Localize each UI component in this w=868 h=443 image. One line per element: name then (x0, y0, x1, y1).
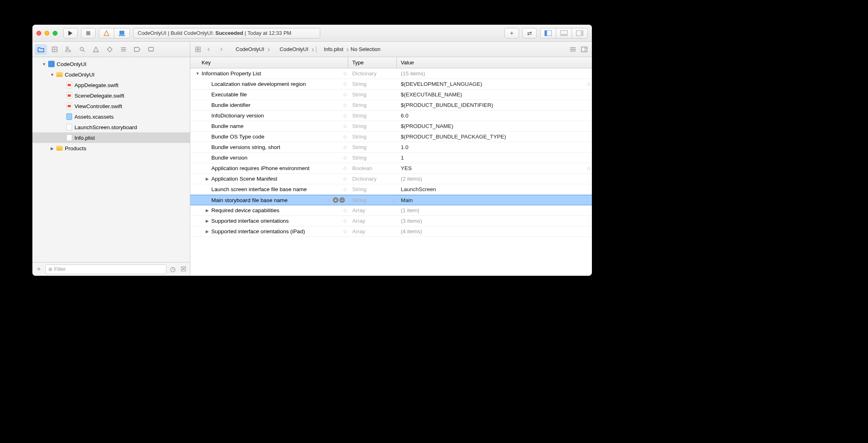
plist-row[interactable]: Main storyboard file base name◇+−String◇… (190, 195, 592, 205)
plist-row[interactable]: Bundle version◇String1 (190, 153, 592, 163)
svg-rect-21 (149, 47, 153, 51)
column-type[interactable]: Type (348, 57, 397, 68)
plist-row[interactable]: InfoDictionary version◇String6.0 (190, 111, 592, 121)
tree-project[interactable]: ▼CodeOnlyUI (32, 59, 190, 69)
stepper-icon[interactable]: ◇ (343, 145, 346, 150)
plist-row[interactable]: Bundle OS Type code◇String$(PRODUCT_BUND… (190, 132, 592, 142)
scheme-destination[interactable] (114, 28, 130, 38)
close-button[interactable] (36, 31, 41, 36)
plist-row[interactable]: Bundle name◇String$(PRODUCT_NAME) (190, 121, 592, 132)
value-stepper-icon[interactable]: ◇ (587, 166, 589, 171)
stepper-icon[interactable]: ◇ (343, 166, 346, 171)
plist-row[interactable]: Executable file◇String$(EXECUTABLE_NAME) (190, 89, 592, 100)
stepper-icon[interactable]: ◇ (343, 218, 346, 224)
remove-icon: − (339, 197, 345, 203)
crumb-2[interactable]: Info.plist (324, 46, 343, 52)
stepper-icon[interactable]: ◇ (343, 71, 346, 76)
status-result: Succeeded (215, 30, 243, 36)
tree-file[interactable]: ViewController.swift (32, 101, 190, 111)
stepper-icon[interactable]: ◇ (326, 198, 329, 203)
stepper-icon[interactable]: ◇ (343, 102, 346, 108)
column-value[interactable]: Value (397, 57, 592, 68)
crumb-0[interactable]: CodeOnlyUI (236, 46, 264, 52)
back-button[interactable] (205, 45, 214, 54)
tree-file[interactable]: AppDelegate.swift (32, 80, 190, 90)
project-navigator: ▼CodeOnlyUI ▼CodeOnlyUI AppDelegate.swif… (32, 57, 190, 276)
stepper-icon[interactable]: ◇ (343, 113, 346, 118)
svg-rect-25 (198, 50, 200, 52)
scheme-selector[interactable] (99, 28, 130, 38)
symbol-navigator-icon[interactable] (62, 44, 74, 55)
svg-rect-24 (196, 50, 198, 52)
navigator-footer: ＋ ⊕ Filter ◷ ☒ (32, 262, 190, 276)
tree-group[interactable]: ▼CodeOnlyUI (32, 69, 190, 80)
tree-file[interactable]: Assets.xcassets (32, 111, 190, 122)
breakpoint-navigator-icon[interactable] (131, 44, 143, 55)
stepper-icon[interactable]: ◇ (343, 208, 346, 213)
toggle-navigator[interactable] (540, 28, 556, 38)
stepper-icon[interactable]: ◇ (343, 81, 346, 87)
add-file-button[interactable]: ＋ (35, 265, 43, 273)
stop-button[interactable] (81, 28, 96, 38)
value-stepper-icon[interactable]: ◇ (587, 81, 589, 87)
plist-row[interactable]: Application requires iPhone environment◇… (190, 163, 592, 174)
tree-products[interactable]: ▶Products (32, 143, 190, 153)
svg-rect-1 (119, 35, 125, 36)
minimize-button[interactable] (45, 31, 49, 36)
issue-navigator-icon[interactable] (90, 44, 102, 55)
play-icon (68, 31, 72, 36)
tree-file[interactable]: Info.plist (32, 132, 190, 143)
recent-filter-icon[interactable]: ◷ (169, 265, 177, 273)
column-key[interactable]: Key (190, 57, 348, 68)
plist-row[interactable]: ▶Supported interface orientations (iPad)… (190, 226, 592, 237)
filter-icon: ⊕ (48, 266, 53, 272)
toolbar: CodeOnlyUI | Build CodeOnlyUI: Succeeded… (32, 25, 592, 42)
plist-row[interactable]: Bundle identifier◇String$(PRODUCT_BUNDLE… (190, 100, 592, 111)
chevron-right-icon (219, 47, 222, 51)
filter-input[interactable]: ⊕ Filter (45, 264, 166, 274)
file-tree[interactable]: ▼CodeOnlyUI ▼CodeOnlyUI AppDelegate.swif… (32, 57, 190, 262)
plist-row[interactable]: Bundle versions string, short◇String1.0 (190, 142, 592, 153)
zoom-button[interactable] (53, 31, 57, 36)
stepper-icon[interactable]: ◇ (343, 155, 346, 160)
project-navigator-icon[interactable] (35, 44, 47, 55)
add-editor-icon[interactable] (580, 45, 589, 54)
crumb-1[interactable]: CodeOnlyUI (280, 46, 308, 52)
plist-row[interactable]: ▶Application Scene Manifest◇Dictionary(2… (190, 174, 592, 184)
toggle-inspector[interactable] (572, 28, 588, 38)
jump-bar: CodeOnlyUI CodeOnlyUI Info.plist No Sele… (190, 42, 592, 57)
run-button[interactable] (63, 28, 78, 38)
plist-row[interactable]: ▶Supported interface orientations◇Array(… (190, 216, 592, 226)
scm-filter-icon[interactable]: ☒ (179, 265, 187, 273)
stepper-icon[interactable]: ◇ (343, 134, 346, 139)
scheme-app-icon[interactable] (99, 28, 114, 38)
related-items-icon[interactable] (194, 45, 202, 54)
stepper-icon[interactable]: ◇ (343, 176, 346, 181)
source-control-navigator-icon[interactable] (49, 44, 61, 55)
tree-file[interactable]: LaunchScreen.storyboard (32, 122, 190, 132)
stepper-icon[interactable]: ◇ (343, 124, 346, 129)
row-actions[interactable]: +− (333, 197, 345, 203)
tree-file[interactable]: SceneDelegate.swift (32, 90, 190, 101)
forward-button[interactable] (216, 45, 225, 54)
add-button[interactable]: ＋ (504, 28, 519, 38)
plist-row[interactable]: ▶Required device capabilities◇Array(1 it… (190, 205, 592, 216)
library-button[interactable]: ⇄ (522, 28, 537, 38)
plist-row[interactable]: Localization native development region◇S… (190, 79, 592, 89)
stepper-icon[interactable]: ◇ (343, 92, 346, 97)
outline-icon[interactable] (568, 45, 577, 54)
crumb-3[interactable]: No Selection (351, 46, 381, 52)
breadcrumb[interactable]: CodeOnlyUI CodeOnlyUI Info.plist No Sele… (228, 46, 381, 52)
report-navigator-icon[interactable] (145, 44, 157, 55)
review-icon: ⇄ (527, 30, 532, 36)
plist-row[interactable]: Launch screen interface file base name◇S… (190, 184, 592, 195)
stepper-icon[interactable]: ◇ (343, 187, 346, 192)
debug-navigator-icon[interactable] (117, 44, 130, 55)
plist-body[interactable]: ▼Information Property List◇ Dictionary (… (190, 68, 592, 276)
plist-root[interactable]: ▼Information Property List◇ Dictionary (… (190, 68, 592, 79)
activity-status[interactable]: CodeOnlyUI | Build CodeOnlyUI: Succeeded… (133, 28, 320, 38)
toggle-debug[interactable] (556, 28, 572, 38)
test-navigator-icon[interactable] (104, 44, 116, 55)
stepper-icon[interactable]: ◇ (343, 229, 346, 234)
find-navigator-icon[interactable] (76, 44, 88, 55)
